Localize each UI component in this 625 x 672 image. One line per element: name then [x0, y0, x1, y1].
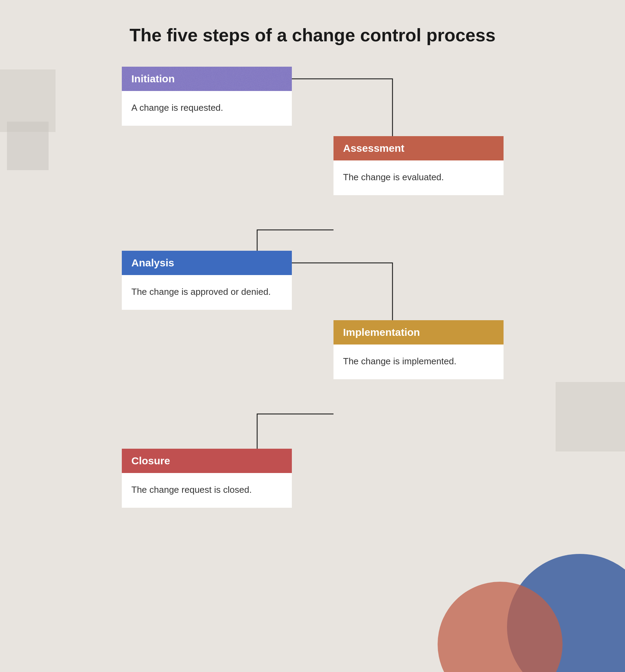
step-implementation-header: Implementation — [333, 320, 504, 345]
step-implementation: Implementation The change is implemented… — [333, 320, 504, 379]
step-closure-description: The change request is closed. — [132, 484, 252, 495]
step-assessment-description: The change is evaluated. — [343, 172, 444, 182]
step-initiation-header: Initiation — [122, 67, 292, 91]
step-assessment-header: Assessment — [333, 136, 504, 160]
step-closure-label: Closure — [132, 455, 170, 466]
step-assessment-label: Assessment — [343, 142, 405, 154]
step-implementation-body: The change is implemented. — [333, 345, 504, 379]
step-assessment-body: The change is evaluated. — [333, 160, 504, 195]
diagram-container: Initiation A change is requested. Assess… — [122, 67, 504, 640]
step-assessment: Assessment The change is evaluated. — [333, 136, 504, 195]
step-closure: Closure The change request is closed. — [122, 449, 292, 508]
step-initiation-body: A change is requested. — [122, 91, 292, 126]
step-analysis-description: The change is approved or denied. — [132, 287, 271, 297]
bg-decoration-2 — [7, 122, 49, 170]
step-implementation-description: The change is implemented. — [343, 356, 457, 366]
step-closure-header: Closure — [122, 449, 292, 473]
bg-decoration-3 — [556, 382, 625, 451]
step-analysis: Analysis The change is approved or denie… — [122, 251, 292, 310]
page-title: The five steps of a change control proce… — [0, 0, 625, 67]
step-closure-body: The change request is closed. — [122, 473, 292, 508]
step-initiation: Initiation A change is requested. — [122, 67, 292, 126]
step-implementation-label: Implementation — [343, 326, 420, 338]
step-initiation-description: A change is requested. — [132, 102, 223, 113]
step-analysis-body: The change is approved or denied. — [122, 275, 292, 310]
step-analysis-header: Analysis — [122, 251, 292, 275]
step-initiation-label: Initiation — [132, 73, 175, 84]
step-analysis-label: Analysis — [132, 257, 174, 268]
